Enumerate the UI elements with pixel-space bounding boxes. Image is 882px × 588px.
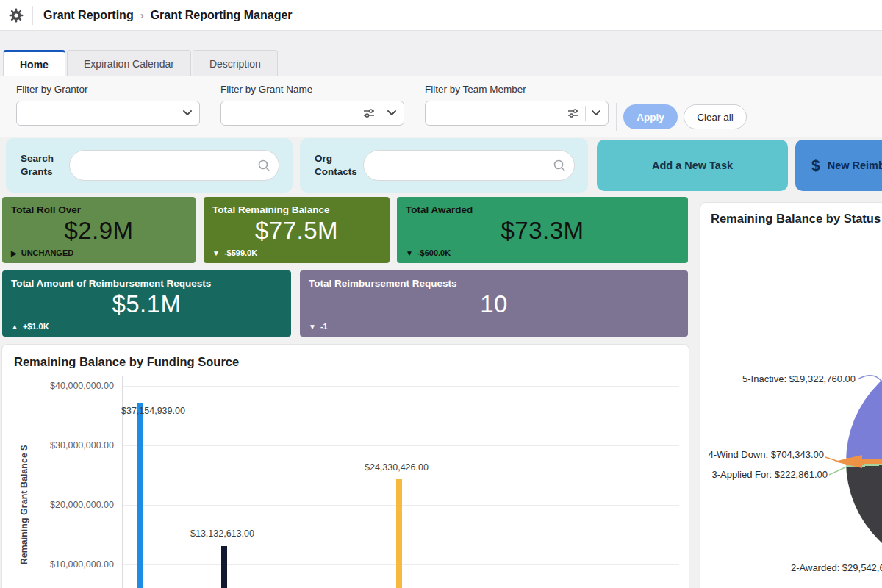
filter-grant-name-combobox[interactable] xyxy=(220,101,404,126)
bar[interactable] xyxy=(221,546,227,588)
tab-description[interactable]: Description xyxy=(193,50,278,76)
filter-team-member-label: Filter by Team Member xyxy=(425,84,609,95)
kpi-total-remaining-balance[interactable]: Total Remaining Balance $77.5M ▼-$599.0K xyxy=(204,197,390,263)
kpi-total-roll-over[interactable]: Total Roll Over $2.9M ▶UNCHANGED xyxy=(2,197,196,263)
kpi-title: Total Remaining Balance xyxy=(212,204,381,215)
funding-source-chart-panel: Remaining Balance by Funding Source $40,… xyxy=(1,344,689,588)
tab-home[interactable]: Home xyxy=(3,50,65,76)
chevron-down-icon[interactable] xyxy=(183,110,192,116)
pie-label-wind-down: 4-Wind Down: $704,343.00 xyxy=(700,449,824,460)
kpi-delta: ▼-$599.0K xyxy=(212,248,257,257)
kpi-delta: ▼-$600.0K xyxy=(406,248,451,257)
new-reimbursement-label: New Reimb xyxy=(828,159,882,171)
kpi-value: $77.5M xyxy=(212,217,381,245)
kpi-title: Total Roll Over xyxy=(11,204,187,215)
pie-callout-overlay xyxy=(700,203,882,588)
filter-grantor-label: Filter by Grantor xyxy=(16,84,200,95)
filter-team-member-combobox[interactable] xyxy=(425,101,609,126)
bar[interactable] xyxy=(137,403,143,588)
org-contacts-input[interactable] xyxy=(363,150,575,181)
kpi-value: $5.1M xyxy=(11,290,282,318)
bar[interactable] xyxy=(396,479,402,588)
chevron-down-icon[interactable] xyxy=(387,110,396,116)
gridline xyxy=(122,386,679,387)
y-axis-label: Remaining Grant Balance $ xyxy=(19,445,29,565)
add-new-task-button[interactable]: Add a New Task xyxy=(597,140,788,191)
filter-strip: Filter by Grantor Filter by Grant Name F… xyxy=(0,76,882,137)
breadcrumb-root[interactable]: Grant Reporting xyxy=(43,9,134,22)
search-grants-label: Search Grants xyxy=(21,152,69,179)
trend-down-icon: ▼ xyxy=(309,323,316,331)
breadcrumb-separator-icon: › xyxy=(140,9,144,21)
org-contacts-field xyxy=(363,150,575,181)
kpi-title: Total Awarded xyxy=(406,204,679,215)
sliders-filter-icon[interactable] xyxy=(363,107,375,119)
kpi-total-awarded[interactable]: Total Awarded $73.3M ▼-$600.0K xyxy=(397,197,688,263)
kpi-title: Total Amount of Reimbursement Requests xyxy=(11,278,282,289)
bar-value-label: $13,132,613.00 xyxy=(190,528,254,539)
reimbursement-dollar-icon: $ xyxy=(811,157,820,174)
filter-grant-name-group: Filter by Grant Name xyxy=(220,84,404,126)
new-reimbursement-button[interactable]: $ New Reimb xyxy=(795,140,882,191)
kpi-title: Total Reimbursement Requests xyxy=(309,278,679,289)
bar-chart-title: Remaining Balance by Funding Source xyxy=(14,355,239,369)
page-title: Grant Reporting Manager xyxy=(151,9,293,22)
status-chart-panel: Remaining Balance by Status 5-Inactive: … xyxy=(700,202,882,588)
filter-grantor-group: Filter by Grantor xyxy=(16,84,200,126)
combobox-divider xyxy=(585,106,586,121)
gridline xyxy=(122,445,679,446)
filter-grantor-input[interactable] xyxy=(17,101,177,125)
filter-grantor-combobox[interactable] xyxy=(16,101,200,126)
apply-button[interactable]: Apply xyxy=(623,104,678,129)
search-icon xyxy=(257,159,270,172)
org-contacts-label: Org Contacts xyxy=(315,152,363,179)
clear-all-button[interactable]: Clear all xyxy=(684,104,747,129)
search-icon xyxy=(553,159,566,172)
callout-line-applied-for xyxy=(829,467,847,475)
trend-down-icon: ▼ xyxy=(212,249,220,257)
pie-label-inactive: 5-Inactive: $19,322,760.00 xyxy=(700,373,856,384)
filter-team-member-group: Filter by Team Member xyxy=(425,84,609,126)
tab-band: Home Expiration Calendar Description xyxy=(0,31,882,76)
kpi-value: 10 xyxy=(309,290,679,318)
kpi-delta: ▶UNCHANGED xyxy=(11,248,74,257)
pie-label-applied-for: 3-Applied For: $222,861.00 xyxy=(700,469,828,480)
search-grants-field xyxy=(69,150,279,181)
settings-button[interactable] xyxy=(0,8,32,23)
app-header: Grant Reporting › Grant Reporting Manage… xyxy=(0,0,882,31)
chevron-down-icon[interactable] xyxy=(592,110,600,116)
bar-value-label: $37,154,939.00 xyxy=(121,406,185,416)
search-grants-input[interactable] xyxy=(69,150,279,181)
combobox-divider xyxy=(381,106,381,121)
filter-grant-name-input[interactable] xyxy=(221,101,357,125)
grant-reporting-dashboard: Grant Reporting › Grant Reporting Manage… xyxy=(0,0,882,588)
kpi-value: $73.3M xyxy=(406,217,679,245)
sliders-filter-icon[interactable] xyxy=(567,107,579,119)
filter-grant-name-label: Filter by Grant Name xyxy=(220,84,404,95)
org-contacts-card: Org Contacts xyxy=(300,138,588,193)
kpi-total-reimbursement-requests[interactable]: Total Reimbursement Requests 10 ▼-1 xyxy=(300,270,688,337)
status-pie[interactable] xyxy=(846,351,882,572)
tab-expiration-calendar[interactable]: Expiration Calendar xyxy=(67,50,191,76)
kpi-total-amount-reimbursement[interactable]: Total Amount of Reimbursement Requests $… xyxy=(2,270,291,337)
trend-down-icon: ▼ xyxy=(406,249,413,257)
trend-flat-icon: ▶ xyxy=(11,249,17,257)
bar-value-label: $24,330,426.00 xyxy=(365,462,429,473)
filter-team-member-input[interactable] xyxy=(426,101,562,125)
trend-up-icon: ▲ xyxy=(11,323,18,331)
callout-line-inactive xyxy=(858,376,882,383)
y-axis-tick: $40,000,000.00 xyxy=(2,381,114,391)
kpi-value: $2.9M xyxy=(11,217,187,245)
pie-label-awarded: 2-Awarded: $29,542,6 xyxy=(791,562,882,573)
kpi-delta: ▲+$1.0K xyxy=(11,322,49,331)
tab-bar: Home Expiration Calendar Description xyxy=(3,50,279,76)
search-grants-card: Search Grants xyxy=(6,138,293,193)
kpi-delta: ▼-1 xyxy=(309,322,328,331)
callout-line-wind-down xyxy=(825,457,839,462)
breadcrumb: Grant Reporting › Grant Reporting Manage… xyxy=(33,9,293,22)
pie-chart-title: Remaining Balance by Status xyxy=(711,212,881,226)
filter-actions-divider xyxy=(616,103,617,131)
gear-icon xyxy=(9,8,24,23)
